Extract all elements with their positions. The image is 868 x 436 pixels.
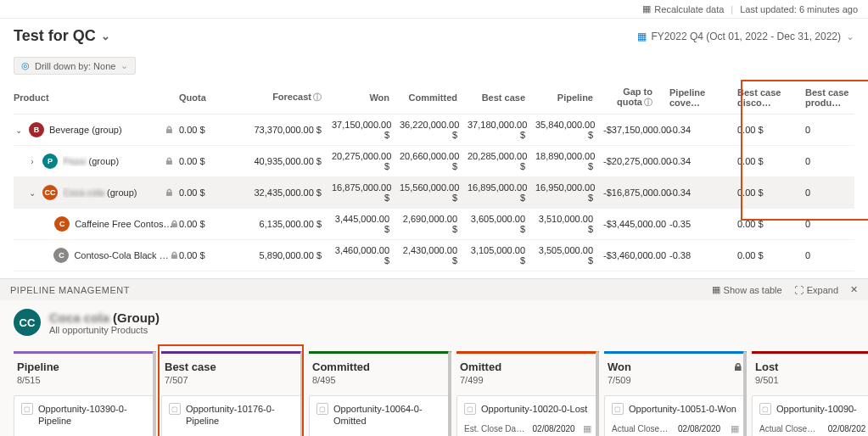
column-count: 9/501: [755, 375, 868, 385]
cell-bestcase: 3,105,000.00 $: [468, 245, 535, 266]
chevron-down-icon: ⌄: [101, 30, 110, 42]
cell-bprod: 0: [798, 187, 849, 198]
column-title: Omitted: [460, 361, 501, 373]
col-committed[interactable]: Committed: [400, 92, 468, 103]
card-title: Opportunity-10390-0-Pipeline: [38, 403, 148, 427]
expand-chevron-icon[interactable]: ⌄: [14, 126, 24, 135]
col-pipeline-coverage[interactable]: Pipeline cove…: [663, 87, 731, 108]
info-icon: ⓘ: [313, 92, 322, 102]
opportunity-card[interactable]: ▢Opportunity-10390-0-Pipeline Est. Close…: [14, 395, 156, 436]
opportunity-card[interactable]: ▢Opportunity-10020-0-Lost Est. Close Da……: [456, 395, 599, 436]
cell-pcov: -0.38: [663, 250, 731, 260]
row-badge: C: [53, 248, 69, 263]
card-icon: ▢: [464, 403, 476, 415]
column-title: Won: [608, 361, 631, 373]
card-icon: ▢: [21, 403, 33, 415]
column-title: Pipeline: [17, 361, 59, 373]
separator: |: [731, 4, 733, 14]
cell-pcov: -0.35: [663, 219, 731, 229]
column-count: 7/509: [608, 375, 743, 385]
cell-won: 37,150,000.00 $: [332, 120, 400, 140]
column-count: 8/495: [312, 375, 448, 385]
cell-bprod: 0: [798, 156, 849, 166]
expand-icon: ⛶: [794, 285, 804, 295]
col-quota[interactable]: Quota: [179, 92, 247, 103]
col-gap[interactable]: Gap to quotaⓘ: [603, 87, 663, 109]
col-pipeline[interactable]: Pipeline: [535, 92, 603, 103]
scrollbar[interactable]: [596, 351, 599, 436]
cell-quota: 0.00 $: [179, 219, 247, 229]
row-name: Caffeine Free Contoso-Cola: [75, 219, 173, 229]
kanban-board: Pipeline 8/515 ▢Opportunity-10390-0-Pipe…: [0, 344, 868, 436]
lock-icon: 🔒︎: [165, 125, 174, 135]
col-won[interactable]: Won: [332, 92, 400, 103]
table-row[interactable]: C Caffeine Free Contoso-Cola 🔒︎ 0.00 $ 6…: [14, 209, 854, 240]
period-selector[interactable]: ▦FY2022 Q4 (Oct 01, 2022 - Dec 31, 2022)…: [637, 31, 854, 42]
col-bestcase[interactable]: Best case: [468, 92, 535, 103]
cell-committed: 20,660,000.00 $: [400, 151, 468, 171]
cell-committed: 2,430,000.00 $: [400, 245, 468, 266]
recalculate-link[interactable]: ▦Recalculate data: [642, 3, 724, 14]
row-name: Beverage (group): [49, 125, 122, 135]
cell-forecast: 40,935,000.00 $: [247, 156, 332, 166]
table-row[interactable]: C Contoso-Cola Black Cherry Va 🔒︎ 0.00 $…: [14, 240, 854, 271]
scrollbar[interactable]: [153, 351, 156, 436]
column-count: 8/515: [17, 375, 153, 385]
cell-pcov: -0.34: [663, 125, 731, 135]
cell-pipeline: 18,890,000.00 $: [535, 151, 603, 171]
lock-icon: 🔒︎: [165, 187, 174, 198]
row-badge: C: [54, 216, 70, 232]
cell-quota: 0.00 $: [179, 156, 247, 166]
kanban-column: Omitted 7/499 ▢Opportunity-10020-0-Lost …: [456, 351, 599, 436]
group-avatar: CC: [14, 309, 41, 336]
table-row[interactable]: ⌄ CC Coca cola (group) 🔒︎ 0.00 $ 32,435,…: [14, 177, 854, 209]
scrollbar[interactable]: [300, 351, 304, 436]
cell-committed: 2,690,000.00 $: [400, 214, 468, 234]
column-title: Committed: [312, 361, 370, 373]
kanban-column: Pipeline 8/515 ▢Opportunity-10390-0-Pipe…: [14, 351, 156, 436]
opportunity-card[interactable]: ▢Opportunity-10051-0-Won Actual Close…02…: [604, 395, 747, 436]
expand-chevron-icon[interactable]: ›: [27, 157, 37, 166]
column-header: Won🔒︎ 7/509: [604, 351, 747, 388]
row-name: Pepsi (group): [63, 156, 119, 166]
cell-won: 20,275,000.00 $: [332, 151, 400, 171]
date-label: Est. Close Da…: [464, 424, 524, 433]
opportunity-card[interactable]: ▢Opportunity-10176-0-Pipeline Est. Close…: [161, 395, 304, 436]
col-product[interactable]: Product: [14, 92, 179, 103]
cell-gap: -$20,275,000.00: [603, 156, 663, 166]
opportunity-card[interactable]: ▢Opportunity-10064-0-Omitted Est. Close …: [309, 395, 451, 436]
forecast-grid: Product Quota Forecastⓘ Won Committed Be…: [0, 81, 868, 278]
cell-bestcase: 16,895,000.00 $: [468, 182, 535, 203]
drill-down-button[interactable]: ◎Drill down by: None⌄: [14, 57, 136, 75]
close-icon[interactable]: ✕: [850, 284, 858, 295]
table-row[interactable]: ⌄ B Beverage (group) 🔒︎ 0.00 $ 73,370,00…: [14, 115, 854, 146]
lock-icon: 🔒︎: [165, 156, 174, 166]
calendar-icon: ▦: [583, 423, 591, 434]
top-utility-bar: ▦Recalculate data | Last updated: 6 minu…: [0, 0, 868, 19]
card-date: 02/08/202: [828, 424, 866, 433]
show-as-table-button[interactable]: ▦Show as table: [712, 284, 782, 295]
calendar-icon: ▦: [637, 31, 647, 42]
expand-button[interactable]: ⛶Expand: [794, 285, 838, 295]
scrollbar[interactable]: [448, 351, 451, 436]
cell-forecast: 6,135,000.00 $: [247, 219, 332, 229]
card-title: Opportunity-10020-0-Lost: [481, 403, 587, 415]
cell-pipeline: 3,510,000.00 $: [535, 214, 603, 234]
page-title[interactable]: Test for QC⌄: [14, 27, 110, 45]
opportunity-card[interactable]: ▢Opportunity-10090- Actual Close…02/08/2…: [752, 395, 868, 436]
table-row[interactable]: › P Pepsi (group) 🔒︎ 0.00 $ 40,935,000.0…: [14, 146, 854, 177]
card-icon: ▢: [169, 403, 181, 415]
column-header: Lost 9/501: [752, 351, 868, 388]
kanban-column: Best case 7/507 ▢Opportunity-10176-0-Pip…: [161, 351, 304, 436]
cell-won: 3,445,000.00 $: [332, 214, 400, 234]
col-forecast[interactable]: Forecastⓘ: [247, 92, 332, 103]
col-bestcase-produ[interactable]: Best case produ…: [798, 87, 849, 108]
cell-committed: 15,560,000.00 $: [400, 182, 468, 203]
expand-chevron-icon[interactable]: ⌄: [27, 188, 37, 198]
scrollbar[interactable]: [743, 351, 747, 436]
col-bestcase-disco[interactable]: Best case disco…: [731, 87, 798, 108]
cell-bdisc: 0.00 $: [731, 156, 798, 166]
lock-icon: 🔒︎: [170, 219, 179, 229]
drill-toolbar: ◎Drill down by: None⌄: [0, 53, 868, 81]
column-header: Pipeline 8/515: [14, 351, 156, 388]
